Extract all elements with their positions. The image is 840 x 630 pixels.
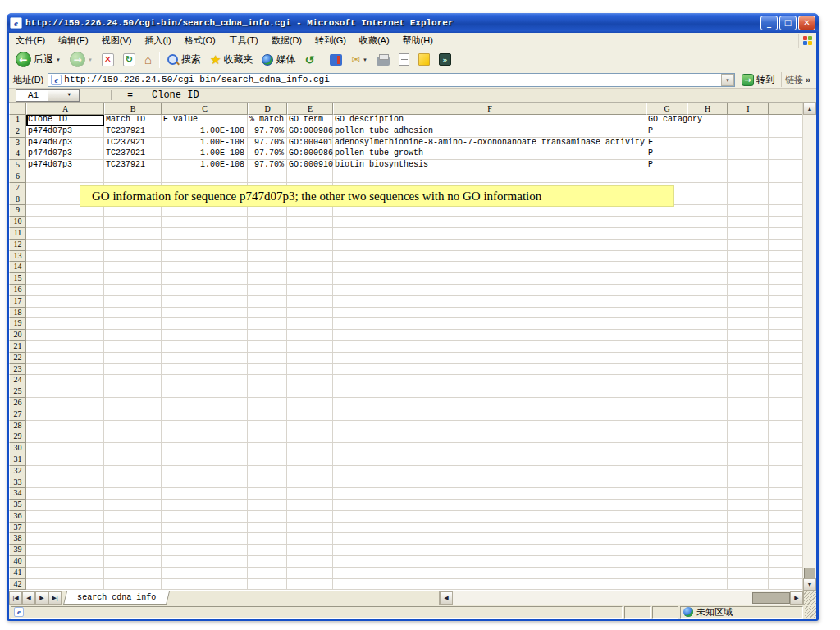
cell-B41[interactable]	[104, 568, 162, 579]
cell-F39[interactable]	[333, 545, 646, 556]
cell-A25[interactable]	[26, 386, 104, 398]
cell-G30[interactable]	[646, 443, 687, 454]
cell-D27[interactable]	[248, 409, 287, 421]
cell-H38[interactable]	[687, 533, 728, 545]
cell-I25[interactable]	[728, 386, 769, 398]
cell-I36[interactable]	[728, 511, 769, 523]
cell-E38[interactable]	[287, 533, 333, 545]
cell-H23[interactable]	[687, 364, 728, 376]
refresh-button[interactable]: ↻	[120, 52, 139, 67]
cell-B19[interactable]	[104, 318, 162, 330]
tab-prev-icon[interactable]: ◀	[22, 591, 35, 605]
address-url[interactable]: http://159.226.24.50/cgi-bin/search_cdna…	[64, 75, 721, 84]
cell-A23[interactable]	[26, 364, 104, 376]
cell-E22[interactable]	[287, 353, 333, 364]
cell-F1[interactable]: GO description	[333, 115, 646, 126]
cell-A17[interactable]	[26, 296, 104, 308]
cell-D11[interactable]	[248, 228, 287, 240]
address-input[interactable]: e http://159.226.24.50/cgi-bin/search_cd…	[48, 73, 735, 87]
cell-B13[interactable]	[104, 251, 162, 262]
cell-F23[interactable]	[333, 364, 646, 376]
cell-E25[interactable]	[287, 386, 333, 398]
cell-G33[interactable]	[646, 477, 687, 489]
row-header-22[interactable]: 22	[9, 353, 26, 364]
cell-I33[interactable]	[728, 477, 769, 489]
cell-B37[interactable]	[104, 523, 162, 534]
cell-A38[interactable]	[26, 533, 104, 545]
cell-B42[interactable]	[104, 579, 162, 591]
cell-D16[interactable]	[248, 285, 287, 296]
cell-E42[interactable]	[287, 579, 333, 591]
cell-I6[interactable]	[728, 171, 769, 183]
cell-A26[interactable]	[26, 398, 104, 409]
cell-B35[interactable]	[104, 500, 162, 511]
address-dropdown-icon[interactable]: ▼	[721, 74, 734, 86]
cell-F36[interactable]	[333, 511, 646, 523]
cell-G9[interactable]	[646, 205, 687, 217]
cell-H19[interactable]	[687, 318, 728, 330]
cell-F5[interactable]: biotin biosynthesis	[333, 160, 646, 171]
cell-C23[interactable]	[162, 364, 248, 376]
column-header-E[interactable]: E	[287, 103, 333, 115]
name-box[interactable]: A1 ▼	[16, 89, 80, 102]
cell-C35[interactable]	[162, 500, 248, 511]
cell-H21[interactable]	[687, 341, 728, 353]
scroll-left-icon[interactable]: ◀	[440, 591, 453, 605]
cell-G1[interactable]: GO catagory	[646, 115, 687, 126]
cell-D35[interactable]	[248, 500, 287, 511]
cell-I19[interactable]	[728, 318, 769, 330]
row-header-9[interactable]: 9	[9, 205, 26, 217]
edit-button[interactable]	[395, 52, 413, 66]
cell-E17[interactable]	[287, 296, 333, 308]
cell-C36[interactable]	[162, 511, 248, 523]
cell-H27[interactable]	[687, 409, 728, 421]
cell-F9[interactable]	[333, 205, 646, 217]
tab-first-icon[interactable]: |◀	[9, 591, 22, 605]
cell-D20[interactable]	[248, 330, 287, 341]
cell-C17[interactable]	[162, 296, 248, 308]
cell-E12[interactable]	[287, 240, 333, 251]
cell-H4[interactable]	[687, 148, 728, 160]
cell-E20[interactable]	[287, 330, 333, 341]
horizontal-scrollbar[interactable]: ◀ ▶	[439, 591, 803, 605]
cell-H18[interactable]	[687, 308, 728, 319]
cell-G38[interactable]	[646, 533, 687, 545]
cell-F4[interactable]: pollen tube growth	[333, 148, 646, 160]
history-button[interactable]: ↺	[301, 52, 317, 67]
cell-I5[interactable]	[728, 160, 769, 171]
cell-G4[interactable]: P	[646, 148, 687, 160]
cell-F35[interactable]	[333, 500, 646, 511]
cell-G14[interactable]	[646, 262, 687, 273]
cell-H29[interactable]	[687, 431, 728, 443]
cell-D41[interactable]	[248, 568, 287, 579]
cell-B32[interactable]	[104, 466, 162, 477]
cell-D18[interactable]	[248, 308, 287, 319]
print-button[interactable]	[373, 53, 393, 66]
cell-F18[interactable]	[333, 308, 646, 319]
cell-G41[interactable]	[646, 568, 687, 579]
cell-B30[interactable]	[104, 443, 162, 454]
cell-G2[interactable]: P	[646, 126, 687, 138]
column-header-I[interactable]: I	[728, 103, 769, 115]
row-header-38[interactable]: 38	[9, 533, 26, 545]
row-header-27[interactable]: 27	[9, 409, 26, 421]
cell-H20[interactable]	[687, 330, 728, 341]
cell-E24[interactable]	[287, 375, 333, 386]
cell-F42[interactable]	[333, 579, 646, 591]
cell-B14[interactable]	[104, 262, 162, 273]
cell-I29[interactable]	[728, 431, 769, 443]
cell-A42[interactable]	[26, 579, 104, 591]
annotation-textbox[interactable]: GO information for sequence p747d07p3; t…	[80, 185, 674, 207]
cell-D1[interactable]: % match	[248, 115, 287, 126]
cell-H8[interactable]	[687, 194, 728, 206]
row-header-3[interactable]: 3	[9, 138, 26, 149]
cell-F26[interactable]	[333, 398, 646, 409]
menu-item-5[interactable]: 工具(T)	[222, 35, 265, 45]
menu-item-6[interactable]: 数据(D)	[265, 35, 308, 45]
cell-E5[interactable]: GO:000910	[287, 160, 333, 171]
cell-A40[interactable]	[26, 556, 104, 568]
row-header-32[interactable]: 32	[9, 466, 26, 477]
row-header-40[interactable]: 40	[9, 556, 26, 568]
menu-item-7[interactable]: 转到(G)	[308, 35, 353, 45]
scroll-right-icon[interactable]: ▶	[790, 591, 803, 605]
